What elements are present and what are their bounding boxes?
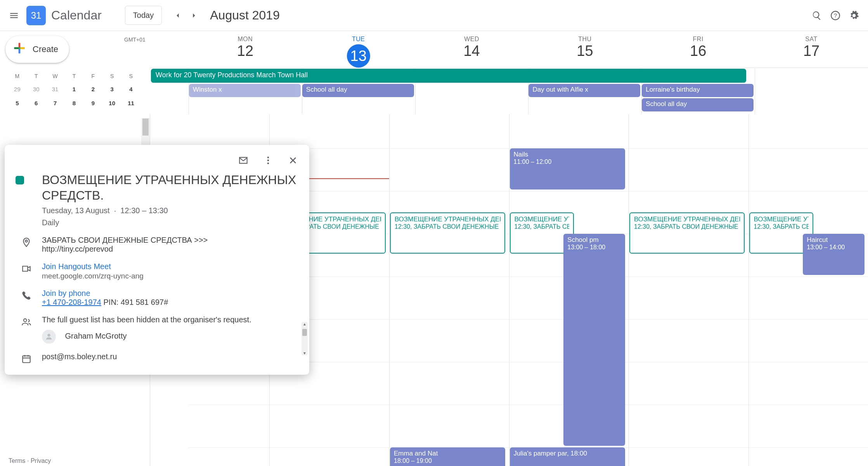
allday-event[interactable]: Lorraine's birthday (642, 84, 754, 97)
email-icon[interactable] (236, 153, 251, 168)
app-header: 31 Calendar Today August 2019 ? (0, 0, 868, 31)
mini-cal-day[interactable]: 7 (47, 97, 64, 109)
event-phone[interactable]: Join by phone +1 470-208-1974 PIN: 491 5… (42, 289, 301, 307)
footer-links[interactable]: Terms · Privacy (9, 457, 51, 464)
event-organizer: post@ms.boley.net.ru (42, 352, 301, 361)
search-icon[interactable] (807, 6, 826, 25)
calendar-event[interactable]: Julia's pamper par, 18:00 (510, 447, 625, 466)
allday-row: Winston xSchool all dayDay out with Alfi… (150, 83, 868, 114)
next-week-button[interactable] (186, 7, 202, 24)
mini-calendar[interactable]: MTWTFSS2930311234567891011 (4, 71, 150, 111)
mini-cal-day[interactable]: 30 (28, 83, 45, 95)
day-column-header[interactable]: SAT 17 (755, 31, 868, 68)
allday-event[interactable]: School all day (642, 98, 754, 111)
svg-text:?: ? (834, 12, 837, 19)
event-meet-link[interactable]: Join Hangouts Meet meet.google.com/zrq-u… (42, 262, 301, 280)
event-details-popup: ▲▼ ВОЗМЕЩЕНИЕ УТРАЧЕННЫХ ДЕНЕЖНЫХ СРЕДСТ… (5, 145, 309, 375)
create-label: Create (33, 44, 58, 54)
guest-avatar (42, 330, 56, 344)
mini-cal-day[interactable]: 11 (122, 97, 140, 109)
popup-scrollbar[interactable]: ▲▼ (301, 322, 308, 355)
event-datetime: Tuesday, 13 August · 12:30 – 13:30 (42, 206, 301, 215)
phone-icon (16, 289, 37, 301)
mini-cal-day[interactable]: 10 (103, 97, 121, 109)
calendar-event[interactable]: Emma and Nat18:00 – 19:00 (390, 447, 505, 466)
timezone-label: GMT+01 (124, 37, 146, 43)
mini-cal-day[interactable]: 5 (9, 97, 26, 109)
guests-icon (16, 315, 37, 327)
day-column-header[interactable]: WED 14 (415, 31, 528, 68)
day-column-header[interactable]: FRI 16 (641, 31, 755, 68)
menu-icon[interactable] (5, 6, 23, 25)
calendar-event[interactable]: School pm13:00 – 18:00 (563, 234, 625, 446)
mini-cal-day[interactable]: 31 (47, 83, 64, 95)
multiday-event[interactable]: Work for 20 Twenty Productions March Tow… (151, 69, 746, 83)
settings-icon[interactable] (845, 6, 863, 25)
create-button[interactable]: Create (5, 36, 69, 63)
mini-cal-day[interactable]: 3 (103, 83, 121, 95)
svg-point-2 (267, 156, 269, 158)
help-icon[interactable]: ? (826, 6, 845, 25)
event-recurrence: Daily (42, 218, 301, 227)
svg-rect-8 (23, 356, 30, 362)
svg-point-6 (24, 319, 27, 322)
mini-cal-day[interactable]: 1 (66, 83, 83, 95)
allday-event[interactable]: Winston x (189, 84, 301, 97)
mini-cal-day[interactable]: 6 (28, 97, 45, 109)
svg-point-5 (25, 240, 27, 242)
allday-event[interactable]: Day out with Alfie x (528, 84, 640, 97)
svg-point-4 (267, 162, 269, 164)
event-guests: The full guest list has been hidden at t… (42, 315, 301, 344)
mini-cal-day[interactable]: 29 (9, 83, 26, 95)
mini-cal-day[interactable]: 2 (84, 83, 102, 95)
video-icon (16, 262, 37, 274)
today-button[interactable]: Today (125, 6, 162, 25)
location-icon (16, 236, 37, 247)
mini-cal-day[interactable]: 9 (84, 97, 102, 109)
svg-point-3 (267, 160, 269, 161)
event-title: ВОЗМЕЩЕНИЕ УТРАЧЕННЫХ ДЕНЕЖНЫХ СРЕДСТВ. (42, 172, 301, 203)
options-icon[interactable] (260, 153, 276, 168)
current-month-year: August 2019 (210, 8, 280, 23)
event-location[interactable]: ЗАБРАТЬ СВОИ ДЕНЕЖНЫЕ СРЕДСТВА >>> http:… (42, 236, 301, 254)
calendar-event[interactable]: Nails11:00 – 12:00 (510, 148, 625, 190)
allday-event[interactable]: School all day (302, 84, 414, 97)
day-column-header[interactable]: THU 15 (528, 31, 641, 68)
day-column-header[interactable]: TUE 13 (302, 31, 415, 68)
svg-point-7 (47, 334, 50, 337)
plus-icon (12, 40, 27, 58)
day-header-row: MON 12 TUE 13 WED 14 THU 15 FRI 16 SAT 1… (150, 31, 868, 68)
guest-name: Graham McGrotty (65, 332, 127, 340)
app-title: Calendar (51, 8, 102, 23)
day-column-header[interactable]: MON 12 (189, 31, 302, 68)
calendar-logo: 31 (26, 6, 46, 25)
mini-cal-day[interactable]: 4 (122, 83, 140, 95)
mini-cal-day[interactable]: 8 (66, 97, 83, 109)
event-color-dot (16, 176, 24, 184)
calendar-icon (16, 352, 37, 364)
calendar-event[interactable]: Haircut13:00 – 14:00 (803, 234, 864, 275)
prev-week-button[interactable] (170, 7, 186, 24)
close-icon[interactable] (285, 153, 301, 168)
calendar-event[interactable]: ВОЗМЕЩЕНИЕ УТРАЧЕННЫХ ДЕНЕЖНЫХ СРЕДСТВ.1… (629, 212, 745, 254)
calendar-event[interactable]: ВОЗМЕЩЕНИЕ УТРАЧЕННЫХ ДЕНЕЖНЫХ СРЕДСТВ.1… (390, 212, 505, 254)
